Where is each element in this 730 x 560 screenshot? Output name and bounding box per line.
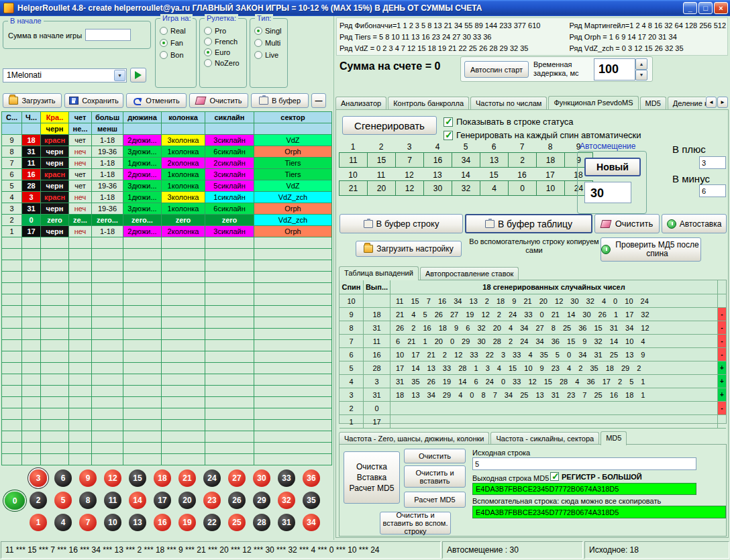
main-tab-5[interactable]: MD5 [640, 97, 666, 109]
generated-number-cell[interactable]: 2 [508, 152, 537, 168]
preset-combobox[interactable]: 1Melonati ▼ [3, 68, 127, 82]
generate-every-spin-checkbox[interactable]: Генерировать на каждый спин автоматическ… [444, 130, 641, 140]
board-number-9[interactable]: 9 [79, 469, 97, 487]
board-number-32[interactable]: 32 [278, 492, 295, 509]
board-number-13[interactable]: 13 [129, 514, 146, 531]
board-number-29[interactable]: 29 [253, 492, 270, 509]
board-number-18[interactable]: 18 [154, 469, 171, 487]
board-number-28[interactable]: 28 [253, 514, 270, 531]
md5-clear-and-paste-button[interactable]: Очистить и вставить [404, 465, 466, 488]
main-tab-2[interactable]: Контроль банкролла [388, 97, 469, 109]
copy-table-to-clipboard-button[interactable]: В буфер таблицу [465, 214, 592, 233]
uppercase-register-checkbox[interactable]: РЕГИСТР - БОЛЬШОЙ [550, 472, 642, 481]
board-number-23[interactable]: 23 [203, 492, 221, 509]
md5-output-field[interactable]: E4DA3B7FBBCE2345D7772B0674A318D5 [472, 483, 696, 495]
radio-option-singl[interactable]: Singl [254, 27, 281, 35]
board-number-10[interactable]: 10 [104, 514, 121, 531]
main-tab-6[interactable]: Деление ко [668, 97, 706, 109]
md5-calc-button[interactable]: Расчет MD5 [404, 492, 466, 508]
board-number-12[interactable]: 12 [104, 469, 121, 487]
board-number-17[interactable]: 17 [154, 492, 171, 509]
toolbar-save-button[interactable]: Сохранить [64, 93, 123, 108]
spinner-up-button[interactable]: ▲ [635, 58, 647, 70]
generated-number-cell[interactable]: 4 [480, 180, 509, 196]
results-tab-1[interactable]: Таблица выпадений [339, 266, 419, 280]
generated-number-cell[interactable]: 15 [367, 152, 396, 168]
toolbar-undo-button[interactable]: Отменить [126, 93, 187, 108]
radio-option-nozero[interactable]: NoZero [204, 59, 240, 67]
board-number-34[interactable]: 34 [303, 514, 320, 531]
board-number-19[interactable]: 19 [178, 514, 196, 531]
board-number-2[interactable]: 2 [30, 492, 47, 509]
source-string-input[interactable] [472, 457, 696, 470]
tab-scroll-left-button[interactable]: ◄ [706, 97, 717, 108]
md5-helper-field[interactable]: E4DA3B7FBBCE2345D7772B0674A318D5 [472, 506, 726, 518]
clear-button[interactable]: Очистить [594, 214, 660, 233]
generated-number-cell[interactable]: 16 [423, 152, 452, 168]
board-number-22[interactable]: 22 [203, 514, 221, 531]
board-number-16[interactable]: 16 [154, 514, 171, 531]
spinner-down-button[interactable]: ▼ [635, 70, 647, 81]
autobet-button[interactable]: Автоставка [662, 214, 727, 233]
plus-input[interactable] [699, 156, 726, 169]
toolbar-buffer-button[interactable]: В буфер [251, 93, 309, 108]
board-number-35[interactable]: 35 [303, 492, 320, 509]
board-number-0[interactable]: 0 [5, 492, 25, 510]
radio-option-euro[interactable]: Euro [204, 48, 240, 56]
board-number-7[interactable]: 7 [79, 514, 97, 531]
board-number-4[interactable]: 4 [54, 514, 72, 531]
generated-number-cell[interactable]: 0 [508, 180, 537, 196]
autospin-start-button[interactable]: Автоспин старт [464, 61, 529, 78]
start-sum-input[interactable] [85, 29, 131, 41]
maximize-button[interactable]: □ [698, 2, 713, 14]
chevron-down-icon[interactable]: ▼ [114, 70, 125, 81]
check-md5-after-spin-button[interactable]: Проверить МД5 после спина [601, 237, 701, 262]
minimize-button[interactable]: _ [683, 2, 697, 14]
autoshift-value[interactable]: 30 [584, 182, 631, 203]
generated-number-cell[interactable]: 21 [339, 180, 368, 196]
radio-option-multi[interactable]: Multi [254, 39, 281, 47]
toolbar-clear-button[interactable]: Очистить [189, 93, 248, 108]
frequency-tab-2[interactable]: Частота - сиклайны, сектора [490, 432, 599, 445]
board-number-36[interactable]: 36 [303, 469, 320, 487]
board-number-8[interactable]: 8 [79, 492, 97, 509]
toolbar-load-button[interactable]: Загрузить [3, 93, 62, 108]
board-number-30[interactable]: 30 [253, 469, 270, 487]
main-tab-3[interactable]: Частоты по числам [470, 97, 547, 109]
md5-clear-paste-helper-button[interactable]: Очистить и вставить во вспом. строку [380, 512, 451, 535]
results-tab-2[interactable]: Автопроставление ставок [420, 267, 519, 280]
board-number-27[interactable]: 27 [228, 469, 246, 487]
generated-number-cell[interactable]: 18 [536, 152, 565, 168]
board-number-3[interactable]: 3 [30, 469, 47, 487]
md5-clear-button[interactable]: Очистить [404, 449, 466, 463]
generated-number-cell[interactable]: 10 [536, 180, 565, 196]
generated-number-cell[interactable]: 12 [395, 180, 424, 196]
toolbar-minus-button[interactable]: — [311, 93, 326, 108]
board-number-26[interactable]: 26 [228, 492, 246, 509]
load-settings-button[interactable]: Загрузить настройку [356, 241, 462, 257]
generated-number-cell[interactable]: 34 [452, 152, 480, 168]
board-number-31[interactable]: 31 [278, 514, 295, 531]
md5-clear-paste-calc-button[interactable]: ОчисткаВставкаРасчет MD5 [344, 451, 400, 504]
board-number-1[interactable]: 1 [30, 514, 47, 531]
board-number-21[interactable]: 21 [178, 469, 196, 487]
board-number-5[interactable]: 5 [54, 492, 72, 509]
new-button[interactable]: Новый [584, 158, 641, 176]
board-number-14[interactable]: 14 [129, 492, 146, 509]
main-tab-1[interactable]: Анализатор [335, 97, 386, 109]
copy-row-to-clipboard-button[interactable]: В буфер строку [340, 214, 463, 233]
board-number-6[interactable]: 6 [54, 469, 72, 487]
generated-number-cell[interactable]: 13 [480, 152, 509, 168]
radio-option-real[interactable]: Real [160, 27, 186, 35]
radio-option-pro[interactable]: Pro [204, 27, 240, 35]
radio-option-bon[interactable]: Bon [160, 51, 186, 59]
radio-option-fan[interactable]: Fan [160, 39, 186, 47]
radio-option-live[interactable]: Live [254, 51, 281, 59]
generated-number-cell[interactable]: 30 [423, 180, 452, 196]
board-number-15[interactable]: 15 [129, 469, 146, 487]
frequency-tab-3[interactable]: MD5 [601, 431, 627, 445]
delay-value[interactable]: 100 [594, 58, 635, 80]
close-button[interactable]: × [714, 2, 728, 14]
tab-scroll-right-button[interactable]: ► [717, 97, 728, 108]
board-number-24[interactable]: 24 [203, 469, 221, 487]
